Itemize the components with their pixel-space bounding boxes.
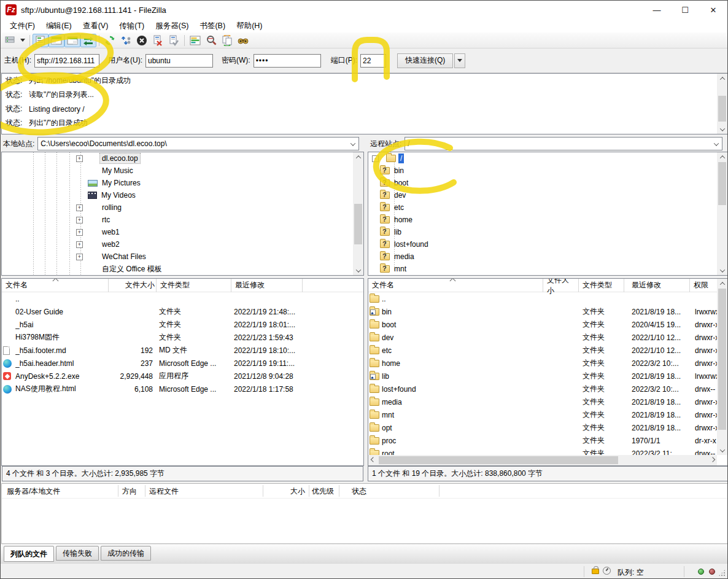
menu-file[interactable]: 文件(F) xyxy=(4,20,41,33)
expander-icon[interactable]: + xyxy=(76,254,83,260)
successful-transfers-icon[interactable] xyxy=(166,34,182,47)
file-row[interactable]: bin 文件夹 2021/8/19 18... lrwxrwx xyxy=(368,305,727,318)
port-input[interactable] xyxy=(360,54,386,68)
remote-tree-scrollbar[interactable] xyxy=(717,152,727,275)
file-row[interactable]: lib 文件夹 2021/8/19 18... lrwxrwx xyxy=(368,370,727,383)
file-row[interactable]: _h5ai.header.html 237 Microsoft Edge ...… xyxy=(2,357,363,370)
queue-col-status[interactable]: 状态 xyxy=(352,486,366,497)
scroll-down-icon[interactable] xyxy=(717,125,727,134)
file-row[interactable]: 02-User Guide 文件夹 2022/1/19 21:48:... xyxy=(2,305,363,318)
column-header-type[interactable]: 文件类型 xyxy=(157,279,231,292)
tree-node[interactable]: lib xyxy=(368,226,727,238)
queue-col-remote-file[interactable]: 远程文件 xyxy=(149,486,179,497)
maximize-button[interactable]: ☐ xyxy=(671,1,699,19)
menu-view[interactable]: 查看(V) xyxy=(77,20,114,33)
tab-successful-transfers[interactable]: 成功的传输 xyxy=(101,546,151,561)
tree-node[interactable]: + web2 xyxy=(2,238,363,251)
column-header-size[interactable]: 文件大小 xyxy=(543,279,579,292)
tree-node[interactable]: dev xyxy=(368,189,727,201)
scrollbar-thumb[interactable] xyxy=(379,456,618,464)
expander-icon[interactable]: + xyxy=(76,229,83,236)
expander-icon[interactable]: + xyxy=(76,241,83,248)
file-row[interactable]: opt 文件夹 2021/8/19 18... drwxr-x xyxy=(368,421,727,434)
tree-node[interactable]: mnt xyxy=(368,263,727,275)
scroll-up-icon[interactable] xyxy=(353,152,363,161)
quickconnect-button[interactable]: 快速连接(Q) xyxy=(397,53,453,68)
scroll-up-icon[interactable] xyxy=(717,74,727,83)
file-row[interactable]: .. xyxy=(2,292,363,305)
tree-node[interactable]: lost+found xyxy=(368,238,727,251)
minimize-button[interactable]: — xyxy=(643,1,671,19)
file-row[interactable]: dev 文件夹 2022/1/10 12... drwxr-x xyxy=(368,331,727,344)
tree-node[interactable]: My Videos xyxy=(2,189,363,201)
queue-col-size[interactable]: 大小 xyxy=(281,486,305,497)
tree-node[interactable]: boot xyxy=(368,177,727,189)
chevron-down-icon[interactable] xyxy=(350,141,355,146)
tree-node[interactable]: + rtc xyxy=(2,214,363,226)
local-path-combo[interactable]: C:\Users\ecoo\Documents\dl.ecoo.top\ xyxy=(37,137,359,150)
expander-icon[interactable]: + xyxy=(76,217,83,223)
menu-server[interactable]: 服务器(S) xyxy=(150,20,194,33)
tree-node[interactable]: etc xyxy=(368,201,727,214)
menu-edit[interactable]: 编辑(E) xyxy=(41,20,77,33)
tab-failed-transfers[interactable]: 传输失败 xyxy=(56,546,99,561)
remote-list-vscrollbar[interactable] xyxy=(717,279,727,455)
refresh-icon[interactable] xyxy=(102,34,118,47)
scrollbar-thumb[interactable] xyxy=(718,289,726,430)
filename-filters-icon[interactable] xyxy=(203,34,219,47)
file-row[interactable]: etc 文件夹 2022/1/10 12... drwxr-x xyxy=(368,344,727,357)
process-queue-icon[interactable] xyxy=(118,34,134,47)
menu-help[interactable]: 帮助(H) xyxy=(231,20,268,33)
column-header-size[interactable]: 文件大小 xyxy=(109,279,157,292)
menu-transfer[interactable]: 传输(T) xyxy=(114,20,150,33)
tree-node[interactable]: - / xyxy=(368,152,727,165)
local-tree-scrollbar[interactable] xyxy=(353,152,363,275)
tree-node[interactable]: bin xyxy=(368,165,727,177)
quickconnect-dropdown-icon[interactable] xyxy=(454,53,465,68)
tree-node[interactable]: My Music xyxy=(2,165,363,177)
tree-node[interactable]: 自定义 Office 模板 xyxy=(2,263,363,275)
column-header-permissions[interactable]: 权限 xyxy=(690,279,718,292)
scroll-down-icon[interactable] xyxy=(717,446,727,455)
host-input[interactable] xyxy=(34,54,99,68)
file-row[interactable]: mnt 文件夹 2021/8/19 18... drwxr-x xyxy=(368,408,727,421)
column-header-type[interactable]: 文件类型 xyxy=(579,279,624,292)
column-header-modified[interactable]: 最近修改 xyxy=(231,279,303,292)
failed-transfers-icon[interactable] xyxy=(150,34,166,47)
tree-node[interactable]: + rolling xyxy=(2,201,363,214)
close-button[interactable]: ✕ xyxy=(699,1,727,19)
expander-icon[interactable]: + xyxy=(76,155,83,162)
scrollbar-thumb[interactable] xyxy=(354,204,362,244)
password-input[interactable] xyxy=(254,54,321,68)
tab-queued-files[interactable]: 列队的文件 xyxy=(4,546,54,562)
site-manager-icon[interactable] xyxy=(2,34,18,47)
file-row[interactable]: AnyDesk+5.2.2.exe 2,929,448 应用程序 2021/12… xyxy=(2,370,363,383)
cancel-icon[interactable] xyxy=(134,34,150,47)
tree-node[interactable]: + web1 xyxy=(2,226,363,238)
speed-limit-icon[interactable] xyxy=(603,567,611,575)
find-files-icon[interactable] xyxy=(235,34,251,47)
username-input[interactable] xyxy=(145,54,213,68)
toggle-remote-tree-icon[interactable] xyxy=(64,34,80,47)
scroll-down-icon[interactable] xyxy=(717,266,727,275)
site-manager-dropdown-icon[interactable] xyxy=(18,34,27,47)
tree-node[interactable]: My Pictures xyxy=(2,177,363,189)
file-row[interactable]: home 文件夹 2022/3/2 10:... drwxr-x xyxy=(368,357,727,370)
file-row[interactable]: _h5ai 文件夹 2022/1/19 18:01:... xyxy=(2,318,363,331)
scroll-up-icon[interactable] xyxy=(717,152,727,161)
scrollbar-thumb[interactable] xyxy=(718,162,726,205)
toggle-local-tree-icon[interactable] xyxy=(48,34,64,47)
file-row[interactable]: Hi3798M固件 文件夹 2022/1/23 1:59:43 xyxy=(2,331,363,344)
tree-node[interactable]: + dl.ecoo.top xyxy=(2,152,363,165)
scrollbar-thumb[interactable] xyxy=(718,96,726,122)
log-scrollbar[interactable] xyxy=(717,74,727,134)
queue-col-local-file[interactable]: 服务器/本地文件 xyxy=(7,486,60,497)
queue-col-priority[interactable]: 优先级 xyxy=(312,486,334,497)
tree-node[interactable]: home xyxy=(368,214,727,226)
directory-comparison-icon[interactable] xyxy=(187,34,203,47)
tree-node[interactable]: media xyxy=(368,251,727,263)
queue-col-direction[interactable]: 方向 xyxy=(122,486,137,497)
expander-icon[interactable]: + xyxy=(76,204,83,211)
scroll-up-icon[interactable] xyxy=(717,279,727,288)
menu-bookmarks[interactable]: 书签(B) xyxy=(194,20,231,33)
